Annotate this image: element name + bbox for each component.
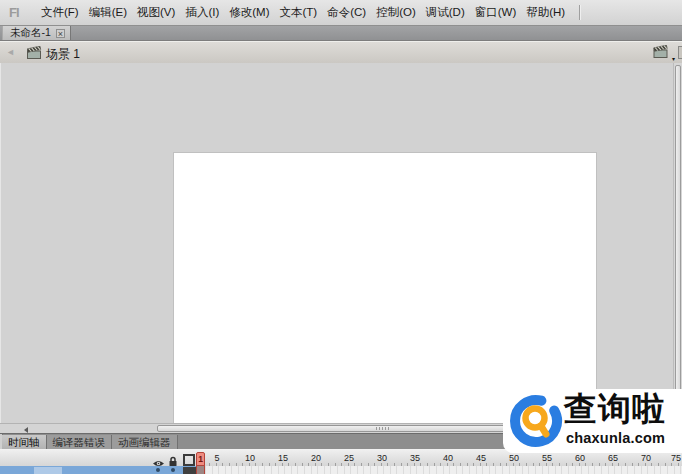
close-icon[interactable]: × bbox=[56, 29, 65, 38]
back-arrow-icon[interactable]: ◄ bbox=[6, 47, 15, 57]
menu-item-help[interactable]: 帮助(H) bbox=[521, 0, 570, 25]
menu-bar: Fl 文件(F) 编辑(E) 视图(V) 插入(I) 修改(M) 文本(T) 命… bbox=[0, 0, 682, 26]
ruler-number: 20 bbox=[305, 453, 327, 463]
menu-item-control[interactable]: 控制(O) bbox=[371, 0, 421, 25]
ruler-number: 65 bbox=[602, 453, 624, 463]
tab-motion-editor[interactable]: 动画编辑器 bbox=[112, 435, 178, 449]
scene-clapboard-icon bbox=[27, 46, 42, 64]
dropdown-arrow-icon: ▾ bbox=[672, 56, 675, 62]
ruler-number: 50 bbox=[503, 453, 525, 463]
ruler-number: 35 bbox=[404, 453, 426, 463]
scene-name-label: 场景 1 bbox=[46, 46, 80, 63]
menu-item-commands[interactable]: 命令(C) bbox=[322, 0, 371, 25]
watermark: 查询啦 chaxunla.com bbox=[503, 389, 682, 453]
playhead-frame-column bbox=[196, 465, 205, 474]
chaxunla-logo-icon bbox=[509, 394, 563, 452]
menu-item-debug[interactable]: 调试(D) bbox=[421, 0, 470, 25]
ruler-number: 15 bbox=[272, 453, 294, 463]
menu-item-text[interactable]: 文本(T) bbox=[274, 0, 322, 25]
menu-separator bbox=[579, 5, 581, 20]
layer-frames-track[interactable] bbox=[205, 466, 682, 474]
menu-item-file[interactable]: 文件(F) bbox=[36, 0, 84, 25]
panel-tab-bar: 时间轴 编译器错误 动画编辑器 bbox=[2, 435, 178, 449]
menu-item-view[interactable]: 视图(V) bbox=[132, 0, 180, 25]
menu-item-edit[interactable]: 编辑(E) bbox=[84, 0, 132, 25]
tab-timeline[interactable]: 时间轴 bbox=[2, 435, 47, 449]
menu-item-window[interactable]: 窗口(W) bbox=[470, 0, 522, 25]
ruler-number: 10 bbox=[239, 453, 261, 463]
playhead[interactable]: 1 bbox=[196, 452, 205, 466]
edit-scene-button[interactable]: ▾ bbox=[653, 45, 675, 61]
layer-lock-dot[interactable] bbox=[171, 468, 175, 472]
layer-icon-highlight bbox=[34, 467, 62, 474]
document-tab-untitled-1[interactable]: 未命名-1 × bbox=[2, 26, 71, 40]
outline-column-icon[interactable] bbox=[183, 454, 195, 466]
ruler-number: 55 bbox=[536, 453, 558, 463]
layer-visibility-dot[interactable] bbox=[156, 468, 160, 472]
vertical-scrollbar[interactable] bbox=[673, 63, 682, 422]
layer-outline-swatch[interactable] bbox=[183, 467, 196, 474]
edit-symbol-button-partial[interactable] bbox=[678, 46, 682, 59]
ruler-number: 25 bbox=[338, 453, 360, 463]
vertical-scrollbar-thumb[interactable] bbox=[675, 65, 681, 415]
layer-row-selected[interactable] bbox=[0, 466, 196, 474]
ruler-number: 45 bbox=[470, 453, 492, 463]
ruler-number: 30 bbox=[371, 453, 393, 463]
watermark-title: 查询啦 bbox=[564, 387, 666, 432]
menu-item-insert[interactable]: 插入(I) bbox=[180, 0, 224, 25]
watermark-url: chaxunla.com bbox=[566, 430, 665, 446]
document-tab-strip: 未命名-1 × bbox=[0, 26, 682, 41]
edit-scene-clapboard-icon bbox=[653, 45, 669, 59]
ruler-number: 40 bbox=[437, 453, 459, 463]
flash-app-icon: Fl bbox=[9, 5, 29, 20]
scrollbar-grip-icon bbox=[376, 427, 389, 430]
ruler-number: 70 bbox=[635, 453, 657, 463]
edit-bar: ◄ 场景 1 ▾ bbox=[0, 41, 682, 64]
ruler-number: 75 bbox=[665, 453, 682, 463]
menu-item-modify[interactable]: 修改(M) bbox=[224, 0, 274, 25]
pasteboard[interactable] bbox=[0, 63, 682, 433]
ruler-number: 60 bbox=[569, 453, 591, 463]
document-tab-label: 未命名-1 bbox=[10, 26, 51, 40]
tab-compiler-errors[interactable]: 编译器错误 bbox=[47, 435, 113, 449]
ruler-number: 5 bbox=[206, 453, 228, 463]
flash-application-window: Fl 文件(F) 编辑(E) 视图(V) 插入(I) 修改(M) 文本(T) 命… bbox=[0, 0, 682, 474]
